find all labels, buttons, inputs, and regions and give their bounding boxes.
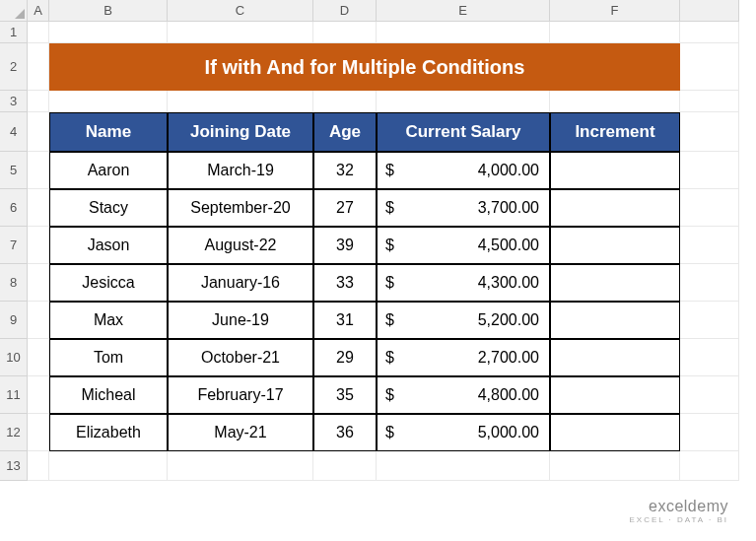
cell[interactable] xyxy=(377,91,550,112)
cell[interactable] xyxy=(680,112,739,152)
cell[interactable] xyxy=(28,22,49,43)
cell-salary[interactable]: $5,000.00 xyxy=(377,414,550,451)
row-header-11[interactable]: 11 xyxy=(0,376,28,414)
cell-salary[interactable]: $3,700.00 xyxy=(377,189,550,227)
row-header-3[interactable]: 3 xyxy=(0,91,28,112)
cell[interactable] xyxy=(49,451,168,481)
row-header-1[interactable]: 1 xyxy=(0,22,28,43)
cell[interactable] xyxy=(168,91,313,112)
cell[interactable] xyxy=(313,451,377,481)
cell-increment[interactable] xyxy=(550,264,680,302)
cell[interactable] xyxy=(377,22,550,43)
cell-name[interactable]: Jason xyxy=(49,227,168,264)
cell-name[interactable]: Max xyxy=(49,302,168,339)
cell-name[interactable]: Elizabeth xyxy=(49,414,168,451)
cell[interactable] xyxy=(680,152,739,189)
cell[interactable] xyxy=(680,414,739,451)
cell-age[interactable]: 39 xyxy=(313,227,377,264)
cell[interactable] xyxy=(28,302,49,339)
cell-name[interactable]: Tom xyxy=(49,339,168,376)
cell[interactable] xyxy=(680,22,739,43)
cell[interactable] xyxy=(28,414,49,451)
cell-age[interactable]: 36 xyxy=(313,414,377,451)
cell-increment[interactable] xyxy=(550,414,680,451)
cell-age[interactable]: 31 xyxy=(313,302,377,339)
cell[interactable] xyxy=(49,22,168,43)
row-header-7[interactable]: 7 xyxy=(0,227,28,264)
cell-joining[interactable]: October-21 xyxy=(168,339,313,376)
cell[interactable] xyxy=(168,451,313,481)
cell[interactable] xyxy=(313,22,377,43)
row-header-9[interactable]: 9 xyxy=(0,302,28,339)
select-all-corner[interactable] xyxy=(0,0,28,22)
cell[interactable] xyxy=(28,227,49,264)
cell[interactable] xyxy=(377,451,550,481)
cell-increment[interactable] xyxy=(550,152,680,189)
cell[interactable] xyxy=(313,91,377,112)
cell-salary[interactable]: $4,300.00 xyxy=(377,264,550,302)
cell[interactable] xyxy=(680,43,739,91)
cell[interactable] xyxy=(550,91,680,112)
cell-name[interactable]: Stacy xyxy=(49,189,168,227)
row-header-8[interactable]: 8 xyxy=(0,264,28,302)
cell-joining[interactable]: August-22 xyxy=(168,227,313,264)
col-header-F[interactable]: F xyxy=(550,0,680,22)
cell-increment[interactable] xyxy=(550,376,680,414)
col-header-B[interactable]: B xyxy=(49,0,168,22)
cell-joining[interactable]: May-21 xyxy=(168,414,313,451)
cell-salary[interactable]: $4,800.00 xyxy=(377,376,550,414)
cell[interactable] xyxy=(550,22,680,43)
cell-age[interactable]: 29 xyxy=(313,339,377,376)
row-header-4[interactable]: 4 xyxy=(0,112,28,152)
cell[interactable] xyxy=(28,339,49,376)
col-header-E[interactable]: E xyxy=(377,0,550,22)
cell-increment[interactable] xyxy=(550,339,680,376)
col-header-C[interactable]: C xyxy=(168,0,313,22)
cell[interactable] xyxy=(28,451,49,481)
cell-increment[interactable] xyxy=(550,189,680,227)
cell-salary[interactable]: $2,700.00 xyxy=(377,339,550,376)
cell[interactable] xyxy=(28,189,49,227)
cell-age[interactable]: 33 xyxy=(313,264,377,302)
row-header-10[interactable]: 10 xyxy=(0,339,28,376)
row-header-5[interactable]: 5 xyxy=(0,152,28,189)
cell[interactable] xyxy=(28,376,49,414)
cell-name[interactable]: Jesicca xyxy=(49,264,168,302)
cell[interactable] xyxy=(680,189,739,227)
row-header-2[interactable]: 2 xyxy=(0,43,28,91)
cell[interactable] xyxy=(168,22,313,43)
cell[interactable] xyxy=(680,339,739,376)
cell-name[interactable]: Aaron xyxy=(49,152,168,189)
row-header-12[interactable]: 12 xyxy=(0,414,28,451)
cell[interactable] xyxy=(680,91,739,112)
cell-salary[interactable]: $4,000.00 xyxy=(377,152,550,189)
cell[interactable] xyxy=(680,227,739,264)
cell-increment[interactable] xyxy=(550,302,680,339)
cell[interactable] xyxy=(680,302,739,339)
cell[interactable] xyxy=(28,112,49,152)
col-header-A[interactable]: A xyxy=(28,0,49,22)
cell[interactable] xyxy=(680,264,739,302)
cell-salary[interactable]: $4,500.00 xyxy=(377,227,550,264)
cell-joining[interactable]: February-17 xyxy=(168,376,313,414)
cell-age[interactable]: 35 xyxy=(313,376,377,414)
cell-age[interactable]: 32 xyxy=(313,152,377,189)
cell-salary[interactable]: $5,200.00 xyxy=(377,302,550,339)
cell-joining[interactable]: January-16 xyxy=(168,264,313,302)
cell-joining[interactable]: September-20 xyxy=(168,189,313,227)
cell-age[interactable]: 27 xyxy=(313,189,377,227)
cell[interactable] xyxy=(28,43,49,91)
col-header-D[interactable]: D xyxy=(313,0,377,22)
cell[interactable] xyxy=(680,376,739,414)
cell[interactable] xyxy=(28,152,49,189)
row-header-6[interactable]: 6 xyxy=(0,189,28,227)
cell[interactable] xyxy=(28,264,49,302)
cell-name[interactable]: Micheal xyxy=(49,376,168,414)
row-header-13[interactable]: 13 xyxy=(0,451,28,481)
cell[interactable] xyxy=(28,91,49,112)
cell-joining[interactable]: June-19 xyxy=(168,302,313,339)
cell-increment[interactable] xyxy=(550,227,680,264)
cell[interactable] xyxy=(49,91,168,112)
cell[interactable] xyxy=(680,451,739,481)
cell-joining[interactable]: March-19 xyxy=(168,152,313,189)
